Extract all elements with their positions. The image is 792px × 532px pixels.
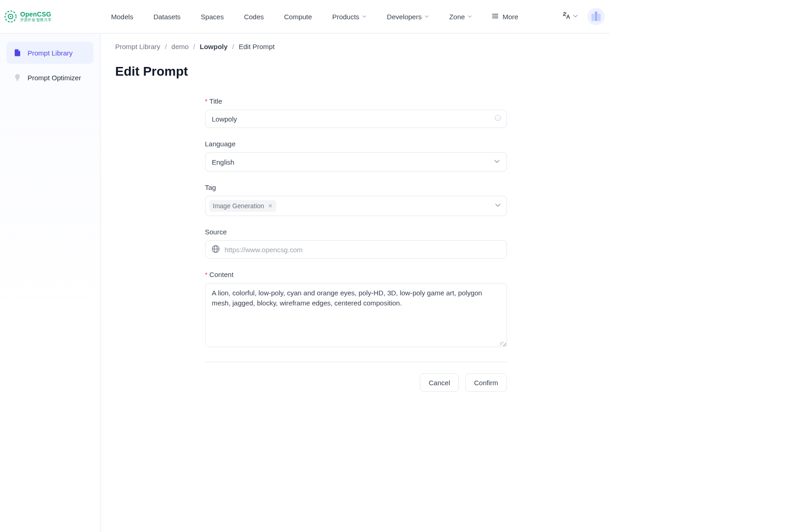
required-asterisk: * [205,271,208,278]
nav-right [562,8,605,25]
breadcrumb-item[interactable]: Lowpoly [200,43,228,50]
label-text: Title [209,97,222,105]
divider [205,362,507,362]
bulb-icon [13,73,22,82]
label-text: Language [205,140,236,148]
form-group-content: * Content [205,271,507,349]
nav-label: Spaces [201,13,224,21]
chevron-down-icon [468,14,472,19]
form-group-source: Source [205,228,507,259]
brand-name: OpenCSG [20,11,51,17]
brand-tagline: 开源开放 智慧共享 [20,18,51,22]
breadcrumb-sep: / [193,43,195,50]
nav-label: Zone [449,13,465,21]
tag-select[interactable]: Image Generation ✕ [205,196,507,216]
breadcrumb: Prompt Library / demo / Lowpoly / Edit P… [115,43,597,50]
brand-mark [4,10,17,23]
sidebar-item-label: Prompt Library [28,49,73,57]
tag-chip: Image Generation ✕ [209,200,276,212]
svg-point-2 [10,16,11,17]
top-nav: OpenCSG 开源开放 智慧共享 Models Datasets Spaces… [0,0,609,33]
brand-text: OpenCSG 开源开放 智慧共享 [20,11,51,22]
confirm-button[interactable]: Confirm [465,373,507,392]
label-text: Content [209,271,234,278]
source-input[interactable] [225,241,501,258]
avatar[interactable] [587,8,605,25]
sidebar: Prompt Library Prompt Optimizer [0,33,100,532]
nav-item-spaces[interactable]: Spaces [201,13,224,21]
form-label: Tag [205,183,507,191]
nav-item-datasets[interactable]: Datasets [153,13,180,21]
svg-point-8 [493,17,493,18]
nav-item-zone[interactable]: Zone [449,13,472,21]
source-input-wrap [205,240,507,259]
nav-label: Developers [387,13,422,21]
form-label: * Content [205,271,507,278]
language-select[interactable]: English [205,152,507,172]
nav-item-more[interactable]: More [492,13,518,21]
content-textarea[interactable] [205,283,507,347]
sidebar-item-prompt-optimizer[interactable]: Prompt Optimizer [6,66,94,89]
form-group-tag: Tag Image Generation ✕ [205,183,507,216]
nav-item-products[interactable]: Products [332,13,367,21]
nav-item-developers[interactable]: Developers [387,13,429,21]
close-icon[interactable]: ✕ [268,203,273,209]
info-icon [494,114,502,123]
form-label: * Title [205,97,507,105]
breadcrumb-item[interactable]: Prompt Library [115,43,160,50]
translate-icon [562,11,571,22]
svg-rect-12 [17,80,19,81]
svg-point-7 [493,16,493,16]
breadcrumb-sep: / [232,43,234,50]
svg-point-6 [493,14,493,14]
nav-links: Models Datasets Spaces Codes Compute Pro… [111,13,562,21]
svg-rect-9 [591,14,594,21]
form-label: Language [205,140,507,148]
page-title: Edit Prompt [115,64,597,79]
list-icon [492,13,499,21]
required-asterisk: * [205,97,208,105]
globe-icon [211,244,220,255]
form-group-title: * Title [205,97,507,128]
form-group-language: Language English [205,140,507,172]
nav-item-codes[interactable]: Codes [244,13,264,21]
breadcrumb-item-current: Edit Prompt [239,43,274,50]
breadcrumb-sep: / [165,43,167,50]
chevron-down-icon [494,158,500,166]
nav-label: Codes [244,13,264,21]
language-switch[interactable] [562,11,578,22]
select-value: English [212,158,234,166]
tag-chip-label: Image Generation [213,202,264,210]
chevron-down-icon [495,202,501,210]
nav-label: Compute [284,13,312,21]
nav-item-models[interactable]: Models [111,13,133,21]
cancel-button[interactable]: Cancel [420,373,459,392]
chevron-down-icon [573,12,578,21]
title-input[interactable] [205,110,507,128]
file-icon [13,48,22,57]
label-text: Tag [205,183,216,191]
chevron-down-icon [424,14,429,19]
brand-logo[interactable]: OpenCSG 开源开放 智慧共享 [4,10,51,23]
main-content: Prompt Library / demo / Lowpoly / Edit P… [100,33,609,532]
svg-rect-10 [595,11,597,21]
nav-label: Models [111,13,133,21]
nav-label: Products [332,13,359,21]
sidebar-item-label: Prompt Optimizer [28,74,81,82]
label-text: Source [205,228,227,236]
nav-more-label: More [502,13,518,21]
form-label: Source [205,228,507,236]
sidebar-item-prompt-library[interactable]: Prompt Library [6,42,94,64]
edit-prompt-form: * Title Language [205,97,507,392]
nav-label: Datasets [153,13,180,21]
chevron-down-icon [362,14,367,19]
form-actions: Cancel Confirm [205,373,507,392]
svg-rect-11 [598,14,601,21]
nav-item-compute[interactable]: Compute [284,13,312,21]
breadcrumb-item[interactable]: demo [172,43,189,50]
